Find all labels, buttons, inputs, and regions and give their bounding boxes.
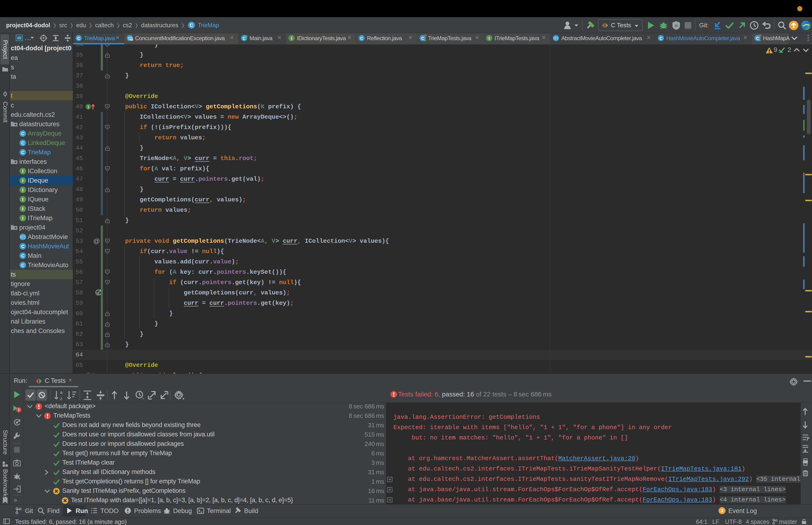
svg-text:C: C [421, 36, 424, 41]
svg-text:I: I [22, 178, 23, 183]
svg-text:C: C [360, 36, 363, 41]
svg-text:z: z [60, 396, 62, 401]
svg-text:C: C [21, 253, 25, 258]
svg-text:3: 3 [721, 508, 723, 513]
svg-text:I: I [22, 216, 23, 221]
svg-text:I: I [87, 105, 90, 109]
svg-text:C: C [756, 36, 759, 41]
svg-text:I: I [291, 36, 292, 41]
svg-text:(C): (C) [554, 36, 558, 40]
svg-text:(C): (C) [20, 235, 25, 239]
svg-text:C: C [21, 140, 25, 146]
svg-text:C: C [21, 131, 25, 136]
svg-text:C: C [189, 22, 193, 28]
svg-text:C: C [21, 263, 25, 268]
svg-text:I: I [22, 206, 23, 211]
svg-text:I: I [489, 36, 490, 41]
svg-text:C: C [659, 36, 662, 41]
svg-text:C: C [243, 36, 246, 41]
svg-text:C: C [21, 150, 25, 155]
svg-text:C: C [21, 244, 25, 249]
svg-text:a: a [60, 390, 63, 395]
svg-text:C: C [77, 36, 80, 41]
svg-text:I: I [22, 169, 23, 174]
svg-text:I: I [22, 197, 23, 202]
svg-text:I: I [22, 188, 23, 193]
svg-text:!: ! [18, 408, 19, 412]
